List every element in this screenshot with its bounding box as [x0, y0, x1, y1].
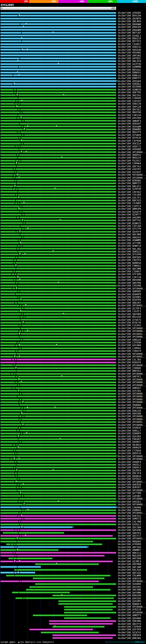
hit-label[interactable]: UniRef100_Q16GL2 [118, 523, 141, 526]
hit-row[interactable]: UniRef100_A2F3P9 [0, 628, 146, 631]
hit-label[interactable]: UniRef100_A8Y1H3 [118, 546, 141, 548]
hit-bar[interactable] [0, 378, 116, 380]
hit-label[interactable]: UniRef100_A2E9B7 [118, 494, 141, 497]
hit-row[interactable]: UniRef100_A2ZF36 [0, 62, 146, 65]
hit-label[interactable]: UniRef100_Q81YT4 [118, 622, 141, 625]
hit-row[interactable]: UniRef100_C5K718 [0, 276, 146, 278]
hit-label[interactable]: UniRef100_B2W4P9 [118, 293, 141, 296]
hit-label[interactable]: UniRef100_B9HLN3 [118, 26, 141, 28]
hit-row[interactable]: UniRef100_C5XD57 [0, 43, 146, 46]
hit-label[interactable]: UniRef100_Q9ZNT0 [118, 17, 141, 20]
hit-bar[interactable] [0, 364, 116, 366]
hit-label[interactable]: UniRef100_A9SGM2 [118, 51, 141, 54]
hit-label[interactable]: UniRef100_UPI0000... [118, 378, 146, 381]
hit-row[interactable]: UniRef100_C9S5R0 [0, 284, 146, 287]
hit-label[interactable]: UniRef100_Q9C1F4 [118, 472, 141, 474]
hit-label[interactable]: UniRef100_B9AQW9 [118, 28, 141, 31]
hit-label[interactable]: UniRef100_Q2GQ74 [118, 210, 141, 213]
hit-bar[interactable] [0, 29, 116, 31]
hit-label[interactable]: UniRef100_UPI0000... [118, 327, 146, 330]
hit-row[interactable]: UniRef100_B2WKZ3 [0, 222, 146, 224]
hit-label[interactable]: UniRef100_B6QYQ0 [118, 111, 141, 114]
hit-label[interactable]: UniRef100_UPI0000... [118, 424, 146, 426]
hit-bar[interactable] [0, 512, 116, 514]
hit-row[interactable]: UniRef100_A9SGM2 [0, 51, 146, 54]
hit-label[interactable]: UniRef100_A4HH29 [118, 446, 141, 449]
hit-bar[interactable] [0, 342, 116, 344]
hit-label[interactable]: UniRef100_Q3TDZ2 [118, 478, 141, 480]
hit-label[interactable]: UniRef100_C5L7B3 [118, 358, 141, 361]
hit-label[interactable]: UniRef100_B0XUH8 [118, 278, 141, 281]
hit-label[interactable]: UniRef100_Q0CXN9 [118, 233, 141, 236]
hit-bar[interactable] [0, 313, 116, 315]
hit-label[interactable]: UniRef100_C5FLK6 [118, 224, 141, 227]
hit-row[interactable]: UniRef100_Q5KGH7 [0, 122, 146, 125]
hit-label[interactable]: UniRef100_Q1ADL1 [118, 34, 141, 37]
hit-bar[interactable] [0, 126, 116, 128]
hit-label[interactable]: UniRef100_A8B4G7 [118, 386, 141, 389]
hit-bar[interactable] [0, 296, 116, 298]
hit-label[interactable]: UniRef100_Q4Z2R1 [118, 586, 141, 588]
hit-row[interactable]: UniRef100_UPI0000... [0, 503, 146, 506]
hit-row[interactable]: UniRef100_C4LYN8 [0, 520, 146, 523]
hit-label[interactable]: UniRef100_UPI0000... [118, 384, 146, 386]
hit-label[interactable]: UniRef100_Q5ZM19 [118, 469, 141, 472]
hit-label[interactable]: UniRef100_A8WBD7 [118, 548, 141, 551]
hit-row[interactable]: UniRef100_A1D787 [0, 168, 146, 170]
hit-bar[interactable] [0, 324, 116, 326]
hit-bar[interactable] [0, 498, 116, 500]
hit-bar[interactable] [0, 338, 116, 340]
hit-row[interactable]: UniRef100_C1H9G7 [0, 270, 146, 273]
hit-row[interactable]: UniRef100_A7F3H9 [0, 273, 146, 276]
hit-label[interactable]: UniRef100_A9P2N1 [118, 54, 141, 57]
hit-row[interactable]: UniRef100_C1GZC1 [0, 310, 146, 312]
hit-row[interactable]: UniRef100_A6R763 [0, 532, 146, 534]
hit-label[interactable]: UniRef100_A7RXD5 [118, 12, 141, 14]
hit-row[interactable]: UniRef100_Q75IH4 [0, 253, 146, 256]
hit-row[interactable]: UniRef100_A2WKM8 [0, 65, 146, 68]
hit-row[interactable]: UniRef100_C4R134 [0, 114, 146, 116]
hit-bar[interactable] [58, 603, 113, 605]
hit-row[interactable]: UniRef100_UPI0000... [0, 424, 146, 426]
hit-bar[interactable] [0, 347, 116, 349]
hit-row[interactable]: UniRef100_A8Q3V3 [0, 236, 146, 239]
hit-label[interactable]: UniRef100_Q5KGH7 [118, 122, 141, 125]
hit-row[interactable]: UniRef100_UPI0000... [0, 372, 146, 375]
hit-row[interactable]: UniRef100_UPI0001... [0, 355, 146, 358]
hit-bar[interactable] [0, 52, 116, 54]
hit-label[interactable]: UniRef100_UPI0000... [118, 395, 146, 398]
hit-label[interactable]: UniRef100_B3L916 [118, 568, 141, 571]
hit-bar[interactable] [52, 637, 113, 639]
hit-bar[interactable] [14, 569, 87, 571]
hit-bar[interactable] [0, 518, 116, 520]
hit-label[interactable]: UniRef100_Q54VY4 [118, 230, 141, 233]
hit-label[interactable]: UniRef100_Q7S7Y0 [118, 227, 141, 230]
hit-bar[interactable] [0, 234, 116, 236]
hit-row[interactable]: UniRef100_A0C1W0 [0, 566, 146, 568]
hit-row[interactable]: UniRef100_A4HH29 [0, 446, 146, 449]
hit-row[interactable]: UniRef100_Q63RG3 [0, 444, 146, 446]
hit-label[interactable]: UniRef100_Q4PCZ8 [118, 105, 141, 108]
hit-row[interactable]: UniRef100_C5M4K4 [0, 162, 146, 165]
hit-label[interactable]: UniRef100_Q6BPV2 [118, 154, 141, 156]
hit-bar[interactable] [0, 162, 116, 164]
hit-bar[interactable] [0, 336, 116, 338]
hit-bar[interactable] [0, 478, 116, 480]
hit-label[interactable]: UniRef100_P52917 [118, 159, 141, 162]
hit-label[interactable]: UniRef100_B4M656 [118, 262, 141, 264]
hit-row[interactable]: UniRef100_B4NP14 [0, 244, 146, 247]
hit-bar[interactable] [0, 509, 116, 511]
hit-row[interactable]: UniRef100_Q22MC3 [0, 560, 146, 563]
hit-row[interactable]: UniRef100_Q9BL83 [0, 338, 146, 341]
hit-bar[interactable] [0, 236, 116, 238]
hit-row[interactable]: UniRef100_Q75BU9 [0, 134, 146, 136]
hit-bar[interactable] [0, 265, 116, 267]
hit-row[interactable]: UniRef100_Q4E058 [0, 483, 146, 486]
hit-row[interactable]: UniRef100_B8MZP8 [0, 208, 146, 210]
hit-row[interactable]: UniRef100_UPI0000... [0, 415, 146, 418]
hit-bar[interactable] [0, 396, 116, 398]
hit-bar[interactable] [0, 475, 116, 477]
hit-label[interactable]: UniRef100_UPI0000... [118, 151, 146, 154]
hit-label[interactable]: UniRef100_Q5CF17 [118, 534, 141, 537]
hit-bar[interactable] [0, 83, 116, 85]
